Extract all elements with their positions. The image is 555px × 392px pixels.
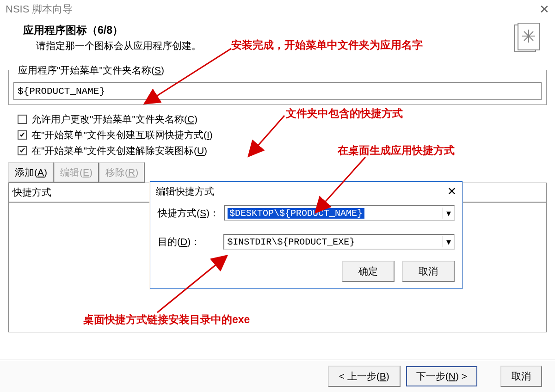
add-button[interactable]: 添加(A) [8, 162, 54, 183]
remove-button[interactable]: 移除(R) [99, 162, 145, 183]
titlebar: NSIS 脚本向导 ✕ [0, 0, 555, 18]
checkbox-internet-shortcut[interactable]: ✔ 在"开始菜单"文件夹创建互联网快捷方式(I) [18, 127, 541, 143]
wizard-icon [512, 23, 541, 55]
edit-button[interactable]: 编辑(E) [54, 162, 99, 183]
checkbox-icon [18, 115, 27, 124]
folder-name-input[interactable]: ${PRODUCT_NAME} [13, 82, 542, 100]
wizard-buttons: < 上一步(B) 下一步(N) > 取消 [0, 360, 555, 392]
window-title: NSIS 脚本向导 [6, 2, 73, 16]
close-icon[interactable]: ✕ [539, 2, 549, 17]
checkbox-icon: ✔ [18, 146, 27, 155]
checkbox-allow-rename[interactable]: 允许用户更改"开始菜单"文件夹名称(C) [18, 111, 541, 127]
page-subtitle: 请指定那一个图标会从应用程序创建。 [36, 39, 536, 52]
cancel-button[interactable]: 取消 [500, 366, 542, 387]
edit-shortcut-dialog: 编辑快捷方式 ✕ 快捷方式(S)： $DESKTOP\${PRODUCT_NAM… [150, 181, 462, 289]
group-legend: 应用程序"开始菜单"文件夹名称(S) [15, 64, 167, 77]
dialog-title: 编辑快捷方式 [156, 185, 214, 198]
list-toolbar: 添加(A) 编辑(E) 移除(R) [8, 162, 547, 183]
target-value: $INSTDIR\${PRODUCT_EXE} [227, 237, 355, 247]
dialog-close-icon[interactable]: ✕ [447, 185, 456, 198]
shortcut-label: 快捷方式(S)： [158, 207, 219, 220]
target-combobox[interactable]: $INSTDIR\${PRODUCT_EXE} ▾ [223, 234, 455, 250]
wizard-header: 应用程序图标（6/8） 请指定那一个图标会从应用程序创建。 [0, 18, 555, 55]
dialog-titlebar: 编辑快捷方式 ✕ [150, 182, 462, 201]
next-button[interactable]: 下一步(N) > [406, 366, 477, 386]
checkbox-icon: ✔ [18, 130, 27, 140]
chevron-down-icon[interactable]: ▾ [443, 236, 454, 247]
options-checkboxes: 允许用户更改"开始菜单"文件夹名称(C) ✔ 在"开始菜单"文件夹创建互联网快捷… [18, 111, 541, 159]
chevron-down-icon[interactable]: ▾ [443, 208, 454, 219]
dialog-ok-button[interactable]: 确定 [342, 261, 395, 282]
page-title: 应用程序图标（6/8） [23, 23, 536, 37]
shortcut-value: $DESKTOP\${PRODUCT_NAME} [228, 208, 364, 219]
start-menu-groupbox: 应用程序"开始菜单"文件夹名称(S) ${PRODUCT_NAME} [8, 70, 547, 105]
dialog-cancel-button[interactable]: 取消 [402, 261, 455, 282]
target-label: 目的(D)： [158, 235, 200, 248]
checkbox-uninstall-icon[interactable]: ✔ 在"开始菜单"文件夹创建解除安装图标(U) [18, 143, 541, 159]
shortcut-combobox[interactable]: $DESKTOP\${PRODUCT_NAME} ▾ [224, 205, 455, 221]
back-button[interactable]: < 上一步(B) [328, 366, 401, 387]
